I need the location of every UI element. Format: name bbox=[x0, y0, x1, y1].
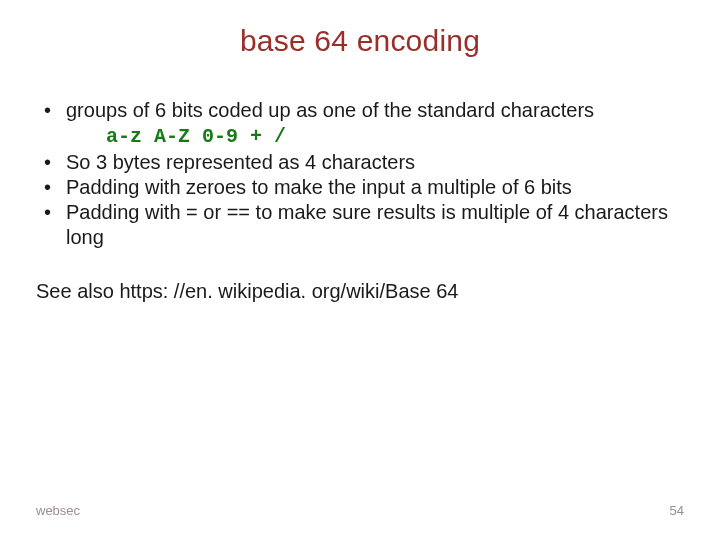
bullet-item: So 3 bytes represented as 4 characters bbox=[66, 150, 684, 175]
bullet-text: Padding with zeroes to make the input a … bbox=[66, 176, 572, 198]
slide: base 64 encoding groups of 6 bits coded … bbox=[0, 0, 720, 540]
footer: websec 54 bbox=[36, 503, 684, 518]
see-also-text: See also https: //en. wikipedia. org/wik… bbox=[36, 280, 684, 303]
bullet-item: Padding with zeroes to make the input a … bbox=[66, 175, 684, 200]
bullet-item: Padding with = or == to make sure result… bbox=[66, 200, 684, 250]
bullet-list: groups of 6 bits coded up as one of the … bbox=[36, 98, 684, 250]
footer-label: websec bbox=[36, 503, 80, 518]
bullet-text: Padding with = or == to make sure result… bbox=[66, 201, 668, 248]
bullet-text: groups of 6 bits coded up as one of the … bbox=[66, 99, 594, 121]
bullet-text: So 3 bytes represented as 4 characters bbox=[66, 151, 415, 173]
slide-title: base 64 encoding bbox=[36, 24, 684, 58]
page-number: 54 bbox=[670, 503, 684, 518]
bullet-item: groups of 6 bits coded up as one of the … bbox=[66, 98, 684, 150]
code-charset: a-z A-Z 0-9 + / bbox=[106, 123, 684, 150]
